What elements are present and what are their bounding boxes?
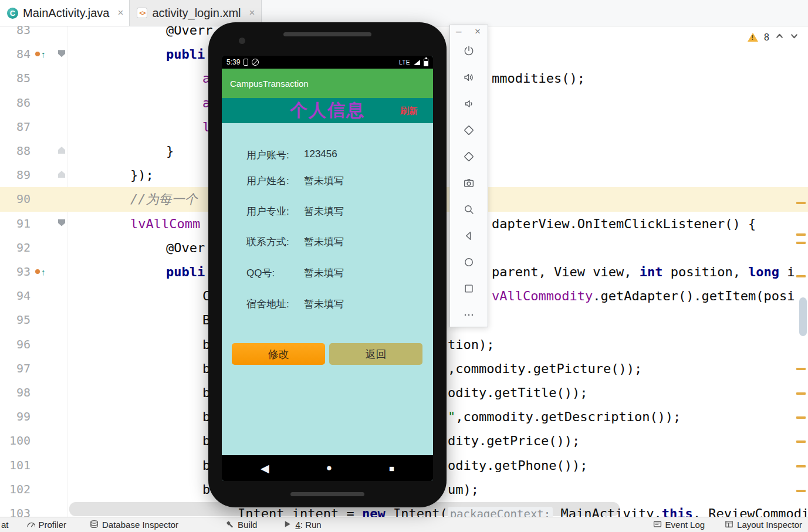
- line-number: 91: [0, 212, 31, 236]
- pent-gutter-icon[interactable]: [58, 50, 65, 57]
- statusbar-item-event-log[interactable]: Event Log: [653, 520, 705, 530]
- close-icon[interactable]: ×: [117, 7, 123, 19]
- field-label: QQ号:: [246, 266, 304, 280]
- statusbar-item-4-run[interactable]: 4: Run: [283, 520, 321, 530]
- tab-mainactivity-java[interactable]: C MainActivity.java ×: [0, 0, 130, 26]
- vertical-scrollbar[interactable]: [799, 297, 807, 336]
- warning-stripe-mark[interactable]: [796, 233, 806, 236]
- close-icon[interactable]: ×: [249, 7, 255, 19]
- code-text-left: publi: [166, 260, 205, 284]
- profile-field-row: 联系方式:暂未填写: [246, 235, 344, 249]
- warning-stripe-mark[interactable]: [796, 368, 806, 370]
- statusbar-item-layout-inspector[interactable]: Layout Inspector: [725, 520, 802, 530]
- screenshot-icon[interactable]: [462, 177, 476, 189]
- refresh-link[interactable]: 刷新: [400, 106, 418, 117]
- network-type: LTE: [399, 59, 410, 66]
- zoom-icon[interactable]: [462, 203, 476, 216]
- override-gutter-icon[interactable]: ↑: [35, 267, 46, 276]
- field-label: 用户账号:: [246, 148, 304, 162]
- pent-gutter-icon[interactable]: [58, 219, 65, 226]
- line-number: 93: [0, 260, 31, 284]
- code-text-right: parent, View view, int position, long i: [492, 260, 795, 284]
- statusbar-label: at: [1, 520, 9, 530]
- inspections-widget[interactable]: 8: [748, 32, 799, 43]
- field-value: 暂未填写: [304, 297, 344, 311]
- warning-stripe-mark[interactable]: [796, 465, 806, 467]
- code-text-left: lvAllComm: [130, 212, 200, 236]
- line-number: 92: [0, 236, 31, 260]
- hammer-icon: [225, 520, 234, 530]
- modify-button[interactable]: 修改: [232, 343, 325, 365]
- chevron-down-icon[interactable]: [790, 32, 799, 43]
- page-header: 个人信息 刷新: [222, 98, 433, 123]
- toolbar-buttons: [450, 45, 488, 321]
- code-text-right: odity.getTitle());: [448, 381, 587, 405]
- line-number: 101: [0, 453, 31, 477]
- warning-stripe-mark[interactable]: [796, 416, 806, 419]
- statusbar-item-build[interactable]: Build: [225, 520, 257, 530]
- statusbar-item-at[interactable]: at: [1, 520, 9, 530]
- signal-icon: [414, 60, 420, 65]
- line-number: 90: [0, 187, 31, 211]
- statusbar-label: 4: Run: [295, 520, 321, 530]
- code-text-left: @Over: [166, 236, 205, 260]
- statusbar-left: atProfilerDatabase InspectorBuild4: Run: [0, 520, 322, 530]
- more-icon[interactable]: [462, 309, 476, 321]
- warning-stripe-mark[interactable]: [796, 275, 806, 277]
- warning-stripe-mark[interactable]: [796, 392, 806, 395]
- volume-down-icon[interactable]: [462, 97, 476, 110]
- rotate-left-icon[interactable]: [462, 124, 476, 137]
- warning-icon[interactable]: [748, 33, 758, 42]
- back-icon[interactable]: [462, 229, 476, 242]
- nav-home-icon[interactable]: ●: [326, 462, 332, 474]
- warning-stripe-mark[interactable]: [796, 242, 806, 244]
- line-number: 84: [0, 42, 31, 66]
- nav-overview-icon[interactable]: ■: [389, 463, 394, 473]
- chevron-up-icon[interactable]: [775, 32, 784, 43]
- data-saver-icon: [252, 59, 259, 66]
- field-value: 暂未填写: [304, 174, 344, 188]
- profile-field-row: 宿舍地址:暂未填写: [246, 297, 344, 311]
- battery-saver-icon: [244, 59, 248, 66]
- android-status-bar: 5:39 LTE: [222, 56, 433, 69]
- line-number: 100: [0, 429, 31, 453]
- nav-back-icon[interactable]: ◀: [261, 462, 269, 475]
- code-text-right: dity.getPrice());: [448, 429, 580, 453]
- close-icon[interactable]: ×: [475, 26, 481, 38]
- profile-field-row: 用户账号:123456: [246, 148, 337, 162]
- statusbar-item-database-inspector[interactable]: Database Inspector: [90, 520, 178, 530]
- tab-label: MainActivity.java: [23, 6, 109, 20]
- overview-icon[interactable]: [462, 282, 476, 295]
- speaker-grille: [283, 32, 371, 36]
- statusbar-item-profiler[interactable]: Profiler: [26, 520, 67, 530]
- xml-file-icon: <>: [137, 8, 147, 18]
- field-value: 暂未填写: [304, 266, 344, 280]
- fold-gutter-icon[interactable]: [58, 147, 65, 154]
- warning-stripe-mark[interactable]: [796, 490, 806, 492]
- rotate-right-icon[interactable]: [462, 150, 476, 163]
- warning-stripe-mark[interactable]: [796, 202, 806, 204]
- warning-stripe-mark[interactable]: [796, 440, 806, 443]
- profile-field-row: QQ号:暂未填写: [246, 266, 344, 280]
- home-icon[interactable]: [462, 256, 476, 269]
- warning-count: 8: [764, 32, 769, 43]
- line-number: 86: [0, 91, 31, 115]
- override-gutter-icon[interactable]: ↑: [35, 50, 46, 59]
- emulator-screen[interactable]: 5:39 LTE CampusTransaction 个人信息 刷新 用户账号:…: [222, 56, 433, 481]
- line-number: 97: [0, 357, 31, 381]
- ide-status-bar: atProfilerDatabase InspectorBuild4: Run …: [0, 517, 808, 532]
- code-text-right: vAllCommodity.getAdapter().getItem(posi: [492, 284, 795, 308]
- minimize-icon[interactable]: –: [456, 26, 461, 38]
- volume-up-icon[interactable]: [462, 71, 476, 84]
- code-text-right: dapterView.OnItemClickListener() {: [492, 212, 756, 236]
- fold-gutter-icon[interactable]: [58, 171, 65, 178]
- profiler-icon: [26, 520, 35, 530]
- code-text-left: //为每一个: [130, 187, 198, 211]
- return-button[interactable]: 返回: [329, 343, 422, 365]
- power-icon[interactable]: [462, 45, 476, 57]
- field-label: 联系方式:: [246, 235, 304, 249]
- line-number: 94: [0, 284, 31, 308]
- battery-icon: [424, 59, 428, 66]
- line-number: 102: [0, 477, 31, 501]
- field-value: 暂未填写: [304, 205, 344, 218]
